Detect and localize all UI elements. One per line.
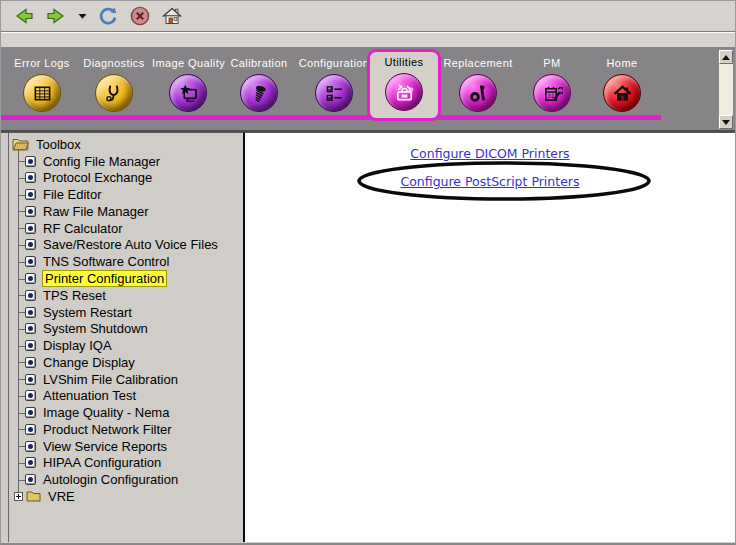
tab-label: Error Logs: [6, 57, 78, 71]
tab-utilities-button[interactable]: [385, 73, 423, 111]
tree-leaf-icon: [25, 424, 36, 435]
tree-item-save-restore-auto-voice-files[interactable]: Save/Restore Auto Voice Files: [9, 237, 243, 254]
tree-leaf-icon: [25, 189, 36, 200]
tree-item-label: Autologin Configuration: [43, 472, 178, 487]
tree-item-system-restart[interactable]: System Restart: [9, 304, 243, 321]
tree-item-image-quality-nema[interactable]: Image Quality - Nema: [9, 404, 243, 421]
tab-utilities[interactable]: Utilities: [367, 49, 441, 121]
tree-items: Config File ManagerProtocol ExchangeFile…: [9, 153, 243, 488]
nut-and-bolt-icon: [468, 83, 489, 104]
tree-item-config-file-manager[interactable]: Config File Manager: [9, 153, 243, 170]
stop-button[interactable]: [128, 4, 152, 28]
tree-leaf-icon: [25, 407, 36, 418]
tree-item-label: RF Calculator: [43, 221, 122, 236]
star-monitor-icon: [178, 83, 199, 104]
tree-item-lvshim-file-calibration[interactable]: LVShim File Calibration: [9, 371, 243, 388]
tree-leaf-icon: [25, 223, 36, 234]
tree-leaf-icon: [25, 474, 36, 485]
tree-item-label: Printer Configuration: [43, 271, 166, 286]
sidebar-tree-panel: Toolbox Config File ManagerProtocol Exch…: [1, 132, 245, 542]
refresh-icon: [97, 5, 119, 27]
tree-item-product-network-filter[interactable]: Product Network Filter: [9, 421, 243, 438]
tree-item-rf-calculator[interactable]: RF Calculator: [9, 220, 243, 237]
tree-item-autologin-configuration[interactable]: Autologin Configuration: [9, 471, 243, 488]
tree-item-hipaa-configuration[interactable]: HIPAA Configuration: [9, 455, 243, 472]
tab-calibration-button[interactable]: [240, 74, 278, 112]
toolbox-icon: [394, 82, 415, 103]
tree-item-label: TNS Software Control: [43, 254, 169, 269]
tree-item-label: LVShim File Calibration: [43, 372, 178, 387]
tree-leaf-icon: [25, 273, 36, 284]
caret-down-icon: [78, 13, 87, 20]
tree-item-label: Save/Restore Auto Voice Files: [43, 237, 218, 252]
tab-label: Utilities: [370, 56, 438, 70]
tree-item-printer-configuration[interactable]: Printer Configuration: [9, 270, 243, 287]
house-icon: [612, 83, 633, 104]
tree-leaf-icon: [25, 390, 36, 401]
tree-leaf-icon: [25, 172, 36, 183]
scroll-up-icon: [722, 55, 730, 60]
checklist-icon: [324, 83, 345, 104]
tab-label: Home: [586, 57, 658, 71]
main-content: Configure DICOM Printers Configure PostS…: [245, 132, 735, 542]
configure-postscript-printers-link[interactable]: Configure PostScript Printers: [400, 174, 579, 189]
tab-error-logs-button[interactable]: [23, 74, 61, 112]
tab-image-quality-button[interactable]: [169, 74, 207, 112]
forward-arrow-icon: [45, 5, 67, 27]
tab-home-button[interactable]: [603, 74, 641, 112]
tree-item-file-editor[interactable]: File Editor: [9, 186, 243, 203]
tab-calibration[interactable]: Calibration: [223, 57, 295, 119]
stop-icon: [129, 5, 151, 27]
tab-pm[interactable]: PM 31: [516, 57, 588, 119]
tab-label: Replacement: [442, 57, 514, 71]
table-grid-icon: [32, 83, 53, 104]
tree-item-label: Protocol Exchange: [43, 170, 152, 185]
tree-folder-vre[interactable]: VRE: [9, 488, 243, 505]
scroll-up-button[interactable]: [719, 50, 733, 64]
configure-dicom-printers-link[interactable]: Configure DICOM Printers: [410, 146, 569, 161]
tree-item-system-shutdown[interactable]: System Shutdown: [9, 320, 243, 337]
tab-replacement[interactable]: Replacement: [442, 57, 514, 119]
refresh-button[interactable]: [96, 4, 120, 28]
tab-pm-button[interactable]: 31: [533, 74, 571, 112]
tree-item-raw-file-manager[interactable]: Raw File Manager: [9, 203, 243, 220]
tree-item-view-service-reports[interactable]: View Service Reports: [9, 438, 243, 455]
tree-item-label: View Service Reports: [43, 439, 167, 454]
tab-diagnostics[interactable]: Diagnostics: [78, 57, 150, 119]
tree-item-label: HIPAA Configuration: [43, 455, 161, 470]
tab-configuration[interactable]: Configuration: [298, 57, 370, 119]
tree-item-display-iqa[interactable]: Display IQA: [9, 337, 243, 354]
tab-replacement-button[interactable]: [459, 74, 497, 112]
tab-home[interactable]: Home: [586, 57, 658, 119]
history-dropdown-button[interactable]: [76, 4, 88, 28]
tab-configuration-button[interactable]: [315, 74, 353, 112]
tree-item-tps-reset[interactable]: TPS Reset: [9, 287, 243, 304]
home-icon: [161, 5, 183, 27]
tree-leaf-icon: [25, 323, 36, 334]
tree-item-protocol-exchange[interactable]: Protocol Exchange: [9, 170, 243, 187]
tree-item-label: Config File Manager: [43, 154, 160, 169]
tab-label: Diagnostics: [78, 57, 150, 71]
tree-root-toolbox[interactable]: Toolbox: [9, 136, 243, 153]
tree-leaf-icon: [25, 374, 36, 385]
closed-folder-icon: [26, 490, 41, 502]
home-button[interactable]: [160, 4, 184, 28]
tree-item-tns-software-control[interactable]: TNS Software Control: [9, 253, 243, 270]
forward-button[interactable]: [44, 4, 68, 28]
tab-diagnostics-button[interactable]: [95, 74, 133, 112]
tree-item-attenuation-test[interactable]: Attenuation Test: [9, 387, 243, 404]
tab-image-quality[interactable]: Image Quality: [152, 57, 224, 119]
back-button[interactable]: [12, 4, 36, 28]
expand-plus-icon[interactable]: [14, 492, 23, 501]
tree-leaf-icon: [25, 340, 36, 351]
tree-item-label: File Editor: [43, 187, 102, 202]
scroll-down-button[interactable]: [719, 115, 733, 129]
tree-item-change-display[interactable]: Change Display: [9, 354, 243, 371]
tree-leaf-icon: [25, 156, 36, 167]
back-arrow-icon: [13, 5, 35, 27]
tree-item-label: Display IQA: [43, 338, 112, 353]
tree-leaf-icon: [25, 441, 36, 452]
stethoscope-icon: [104, 83, 125, 104]
tabbar-scrollbar[interactable]: [718, 49, 734, 130]
tab-error-logs[interactable]: Error Logs: [6, 57, 78, 119]
